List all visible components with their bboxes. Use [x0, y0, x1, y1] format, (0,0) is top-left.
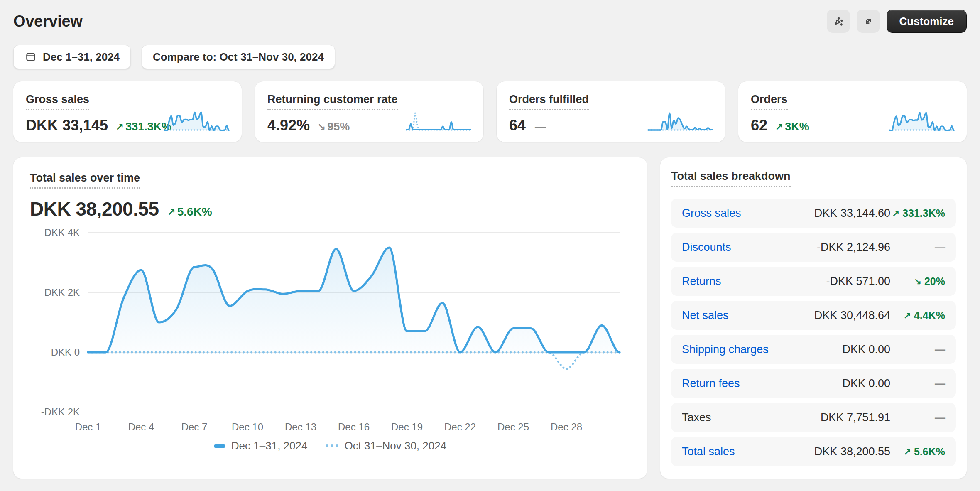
breakdown-row-delta: ↘ 20% — [890, 275, 945, 287]
metric-card-gross-sales[interactable]: Gross sales DKK 33,145 ↗331.3K% — [13, 81, 242, 142]
metric-delta: ↗3K% — [775, 120, 809, 133]
breakdown-row-taxes: Taxes DKK 7,751.91 — — [671, 403, 956, 432]
metric-label[interactable]: Returning customer rate — [267, 93, 398, 110]
topbar: Overview Customize — [13, 8, 967, 34]
svg-text:Dec 22: Dec 22 — [444, 421, 476, 432]
total-sales-breakdown-card: Total sales breakdown Gross sales DKK 33… — [660, 157, 967, 479]
metric-value: 64 — [509, 117, 526, 134]
breakdown-row-returns: Returns -DKK 571.00 ↘ 20% — [671, 267, 956, 296]
filter-row: Dec 1–31, 2024 Compare to: Oct 31–Nov 30… — [13, 45, 967, 69]
date-range-button[interactable]: Dec 1–31, 2024 — [13, 45, 131, 69]
breakdown-row-delta: ↗ 5.6K% — [890, 446, 945, 458]
compare-to-button[interactable]: Compare to: Oct 31–Nov 30, 2024 — [142, 45, 335, 69]
breakdown-row-value: DKK 30,448.64 — [814, 309, 890, 322]
breakdown-row-link[interactable]: Total sales — [682, 445, 735, 458]
metric-label[interactable]: Gross sales — [26, 93, 89, 110]
breakdown-row-return-fees: Return fees DKK 0.00 — — [671, 369, 956, 398]
calendar-icon — [24, 51, 37, 63]
breakdown-row-label: Taxes — [682, 411, 711, 424]
breakdown-row-discounts: Discounts -DKK 2,124.96 — — [671, 233, 956, 262]
expand-icon — [862, 15, 875, 28]
svg-text:Dec 16: Dec 16 — [338, 421, 370, 432]
metric-card-orders-fulfilled[interactable]: Orders fulfilled 64 — — [497, 81, 725, 142]
trend-arrow-icon: ↘ — [914, 277, 921, 287]
breakdown-row-link[interactable]: Gross sales — [682, 207, 741, 220]
metric-label[interactable]: Orders — [751, 93, 788, 110]
total-sales-line-chart[interactable]: DKK 4KDKK 2KDKK 0-DKK 2KDec 1Dec 4Dec 7D… — [30, 220, 630, 436]
trend-arrow-icon: ↗ — [904, 311, 911, 321]
svg-text:Dec 7: Dec 7 — [181, 421, 208, 432]
customize-button[interactable]: Customize — [887, 10, 967, 33]
svg-text:Dec 19: Dec 19 — [391, 421, 423, 432]
breakdown-row-delta: — — [890, 241, 945, 253]
trend-arrow-icon: ↗ — [775, 121, 783, 133]
breakdown-row-delta: — — [890, 412, 945, 424]
analytics-overview-page: Overview Customize — [0, 0, 980, 479]
magic-sparkle-icon — [832, 15, 845, 28]
sparkline-chart — [405, 110, 472, 135]
expand-button[interactable] — [857, 10, 880, 33]
header-actions: Customize — [827, 10, 967, 33]
sparkline-chart — [647, 110, 713, 135]
trend-arrow-icon: ↘ — [317, 121, 326, 133]
svg-text:Dec 25: Dec 25 — [497, 421, 529, 432]
svg-text:-DKK 2K: -DKK 2K — [41, 406, 80, 417]
svg-text:Dec 10: Dec 10 — [232, 421, 263, 432]
breakdown-row-value: DKK 7,751.91 — [821, 411, 890, 424]
metric-label[interactable]: Orders fulfilled — [509, 93, 589, 110]
breakdown-row-delta: ↗ 331.3K% — [890, 207, 945, 219]
chart-total-value: DKK 38,200.55 — [30, 198, 159, 220]
trend-arrow-icon: ↗ — [115, 121, 124, 133]
breakdown-row-gross-sales: Gross sales DKK 33,144.60 ↗ 331.3K% — [671, 199, 956, 228]
breakdown-row-link[interactable]: Shipping charges — [682, 343, 769, 356]
breakdown-row-delta: — — [890, 344, 945, 356]
metric-value: 4.92% — [267, 117, 310, 134]
page-title: Overview — [13, 12, 83, 30]
breakdown-row-delta: ↗ 4.4K% — [890, 309, 945, 322]
legend-item-compare-period[interactable]: Oct 31–Nov 30, 2024 — [326, 439, 446, 452]
svg-text:Dec 13: Dec 13 — [285, 421, 316, 432]
svg-text:Dec 1: Dec 1 — [75, 421, 101, 432]
breakdown-row-link[interactable]: Return fees — [682, 377, 740, 390]
breakdown-row-delta: — — [890, 378, 945, 390]
compare-to-label: Compare to: Oct 31–Nov 30, 2024 — [153, 51, 324, 64]
breakdown-row-link[interactable]: Returns — [682, 275, 721, 288]
metric-delta: ↘95% — [317, 120, 350, 133]
sparkline-chart — [889, 110, 955, 135]
trend-arrow-icon: ↗ — [167, 206, 176, 218]
chart-title[interactable]: Total sales over time — [30, 172, 140, 189]
svg-text:DKK 4K: DKK 4K — [44, 227, 80, 238]
sparkline-chart — [164, 110, 230, 135]
dotted-line-swatch — [326, 444, 338, 447]
breakdown-row-link[interactable]: Discounts — [682, 241, 731, 254]
bottom-section: Total sales over time DKK 38,200.55 ↗5.6… — [13, 157, 967, 479]
svg-text:DKK 2K: DKK 2K — [44, 287, 80, 298]
breakdown-row-shipping-charges: Shipping charges DKK 0.00 — — [671, 335, 956, 364]
date-range-label: Dec 1–31, 2024 — [43, 51, 120, 64]
trend-arrow-icon: ↗ — [904, 447, 911, 457]
chart-delta: ↗5.6K% — [167, 205, 212, 218]
trend-arrow-icon: ↗ — [892, 209, 899, 219]
legend-item-current-period[interactable]: Dec 1–31, 2024 — [214, 439, 308, 452]
svg-text:DKK 0: DKK 0 — [51, 346, 80, 358]
breakdown-row-link[interactable]: Net sales — [682, 309, 729, 322]
metric-delta: — — [533, 120, 546, 133]
breakdown-row-value: -DKK 571.00 — [826, 275, 890, 288]
breakdown-rows: Gross sales DKK 33,144.60 ↗ 331.3K% Disc… — [671, 199, 956, 466]
breakdown-row-value: -DKK 2,124.96 — [817, 241, 890, 254]
breakdown-row-total-sales: Total sales DKK 38,200.55 ↗ 5.6K% — [671, 437, 956, 466]
breakdown-title[interactable]: Total sales breakdown — [671, 170, 791, 187]
breakdown-row-value: DKK 33,144.60 — [814, 207, 890, 220]
metric-value: 62 — [751, 117, 767, 134]
breakdown-row-net-sales: Net sales DKK 30,448.64 ↗ 4.4K% — [671, 301, 956, 330]
breakdown-row-value: DKK 0.00 — [842, 343, 890, 356]
svg-text:Dec 4: Dec 4 — [128, 421, 154, 432]
svg-text:Dec 28: Dec 28 — [551, 421, 582, 432]
magic-insights-button[interactable] — [827, 10, 850, 33]
metric-card-returning-customer-rate[interactable]: Returning customer rate 4.92% ↘95% — [255, 81, 483, 142]
solid-line-swatch — [214, 444, 225, 448]
chart-value-row: DKK 38,200.55 ↗5.6K% — [30, 198, 630, 220]
breakdown-row-value: DKK 38,200.55 — [814, 445, 890, 458]
total-sales-over-time-card: Total sales over time DKK 38,200.55 ↗5.6… — [13, 157, 647, 479]
metric-card-orders[interactable]: Orders 62 ↗3K% — [738, 81, 967, 142]
